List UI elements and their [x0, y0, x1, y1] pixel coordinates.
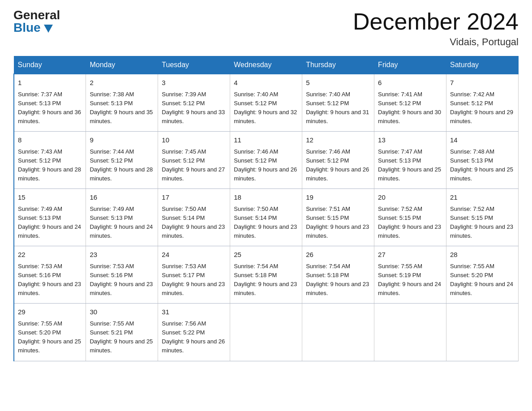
day-info: Sunrise: 7:51 AM Sunset: 5:15 PM Dayligh…	[306, 205, 370, 241]
daylight-label: Daylight: 9 hours and 24 minutes.	[378, 281, 441, 296]
sunset-label: Sunset: 5:13 PM	[18, 100, 61, 107]
sunset-label: Sunset: 5:16 PM	[18, 272, 61, 278]
calendar-cell: 14 Sunrise: 7:48 AM Sunset: 5:13 PM Dayl…	[446, 132, 519, 189]
day-info: Sunrise: 7:55 AM Sunset: 5:20 PM Dayligh…	[450, 262, 515, 298]
calendar-cell: 12 Sunrise: 7:46 AM Sunset: 5:12 PM Dayl…	[302, 132, 374, 189]
day-info: Sunrise: 7:50 AM Sunset: 5:14 PM Dayligh…	[234, 205, 298, 241]
calendar-cell: 20 Sunrise: 7:52 AM Sunset: 5:15 PM Dayl…	[374, 189, 446, 246]
sunrise-label: Sunrise: 7:54 AM	[306, 263, 350, 270]
day-number: 16	[90, 193, 154, 203]
sunrise-label: Sunrise: 7:53 AM	[162, 263, 206, 270]
day-number: 4	[234, 78, 298, 88]
daylight-label: Daylight: 9 hours and 24 minutes.	[18, 223, 81, 239]
sunrise-label: Sunrise: 7:47 AM	[378, 148, 422, 155]
sunrise-label: Sunrise: 7:49 AM	[90, 206, 134, 212]
sunrise-label: Sunrise: 7:50 AM	[234, 206, 278, 212]
sunrise-label: Sunrise: 7:46 AM	[234, 148, 278, 155]
sunset-label: Sunset: 5:16 PM	[90, 272, 133, 278]
calendar-header: Sunday Monday Tuesday Wednesday Thursday…	[14, 56, 519, 74]
calendar-cell: 23 Sunrise: 7:53 AM Sunset: 5:16 PM Dayl…	[86, 246, 158, 304]
day-info: Sunrise: 7:52 AM Sunset: 5:15 PM Dayligh…	[378, 205, 442, 241]
day-number: 29	[18, 307, 82, 317]
calendar-cell: 5 Sunrise: 7:40 AM Sunset: 5:12 PM Dayli…	[302, 74, 374, 132]
day-number: 24	[162, 250, 226, 260]
sunset-label: Sunset: 5:12 PM	[90, 157, 133, 164]
logo-general: General	[13, 9, 60, 21]
calendar-cell: 10 Sunrise: 7:45 AM Sunset: 5:12 PM Dayl…	[158, 132, 230, 189]
daylight-label: Daylight: 9 hours and 27 minutes.	[162, 166, 225, 182]
logo-triangle-icon	[44, 25, 53, 33]
day-number: 10	[162, 135, 226, 146]
calendar-cell: 8 Sunrise: 7:43 AM Sunset: 5:12 PM Dayli…	[14, 132, 86, 189]
sunrise-label: Sunrise: 7:45 AM	[162, 148, 206, 155]
calendar-cell	[374, 304, 446, 361]
sunset-label: Sunset: 5:13 PM	[18, 214, 61, 221]
calendar-week-2: 8 Sunrise: 7:43 AM Sunset: 5:12 PM Dayli…	[14, 132, 519, 189]
calendar-cell: 31 Sunrise: 7:56 AM Sunset: 5:22 PM Dayl…	[158, 304, 230, 361]
daylight-label: Daylight: 9 hours and 23 minutes.	[18, 281, 81, 296]
calendar-cell: 25 Sunrise: 7:54 AM Sunset: 5:18 PM Dayl…	[230, 246, 302, 304]
day-info: Sunrise: 7:49 AM Sunset: 5:13 PM Dayligh…	[90, 205, 154, 241]
sunset-label: Sunset: 5:18 PM	[306, 272, 349, 278]
daylight-label: Daylight: 9 hours and 23 minutes.	[306, 281, 369, 296]
calendar-table: Sunday Monday Tuesday Wednesday Thursday…	[13, 56, 519, 361]
day-info: Sunrise: 7:49 AM Sunset: 5:13 PM Dayligh…	[18, 205, 82, 241]
sunset-label: Sunset: 5:15 PM	[450, 214, 493, 221]
calendar-cell: 17 Sunrise: 7:50 AM Sunset: 5:14 PM Dayl…	[158, 189, 230, 246]
daylight-label: Daylight: 9 hours and 33 minutes.	[162, 109, 225, 124]
day-info: Sunrise: 7:52 AM Sunset: 5:15 PM Dayligh…	[450, 205, 515, 241]
day-info: Sunrise: 7:40 AM Sunset: 5:12 PM Dayligh…	[306, 90, 370, 126]
calendar-cell: 2 Sunrise: 7:38 AM Sunset: 5:13 PM Dayli…	[86, 74, 158, 132]
sunset-label: Sunset: 5:12 PM	[234, 100, 277, 107]
daylight-label: Daylight: 9 hours and 30 minutes.	[378, 109, 441, 124]
calendar-cell: 15 Sunrise: 7:49 AM Sunset: 5:13 PM Dayl…	[14, 189, 86, 246]
daylight-label: Daylight: 9 hours and 31 minutes.	[306, 109, 369, 124]
calendar-cell: 18 Sunrise: 7:50 AM Sunset: 5:14 PM Dayl…	[230, 189, 302, 246]
sunrise-label: Sunrise: 7:38 AM	[90, 91, 134, 98]
location: Vidais, Portugal	[353, 36, 519, 48]
sunrise-label: Sunrise: 7:43 AM	[18, 148, 62, 155]
sunrise-label: Sunrise: 7:40 AM	[306, 91, 350, 98]
day-info: Sunrise: 7:38 AM Sunset: 5:13 PM Dayligh…	[90, 90, 154, 126]
day-info: Sunrise: 7:40 AM Sunset: 5:12 PM Dayligh…	[234, 90, 298, 126]
logo-blue: Blue	[13, 21, 53, 34]
day-info: Sunrise: 7:42 AM Sunset: 5:12 PM Dayligh…	[450, 90, 515, 126]
sunrise-label: Sunrise: 7:40 AM	[234, 91, 278, 98]
calendar-cell: 13 Sunrise: 7:47 AM Sunset: 5:13 PM Dayl…	[374, 132, 446, 189]
calendar-cell: 9 Sunrise: 7:44 AM Sunset: 5:12 PM Dayli…	[86, 132, 158, 189]
day-number: 15	[18, 193, 82, 203]
calendar-cell: 3 Sunrise: 7:39 AM Sunset: 5:12 PM Dayli…	[158, 74, 230, 132]
daylight-label: Daylight: 9 hours and 24 minutes.	[450, 281, 513, 296]
daylight-label: Daylight: 9 hours and 35 minutes.	[90, 109, 153, 124]
sunrise-label: Sunrise: 7:49 AM	[18, 206, 62, 212]
day-info: Sunrise: 7:53 AM Sunset: 5:17 PM Dayligh…	[162, 262, 226, 298]
calendar-cell: 22 Sunrise: 7:53 AM Sunset: 5:16 PM Dayl…	[14, 246, 86, 304]
sunset-label: Sunset: 5:12 PM	[306, 100, 349, 107]
sunset-label: Sunset: 5:19 PM	[378, 272, 421, 278]
daylight-label: Daylight: 9 hours and 26 minutes.	[162, 338, 225, 354]
daylight-label: Daylight: 9 hours and 24 minutes.	[90, 223, 153, 239]
calendar-cell: 26 Sunrise: 7:54 AM Sunset: 5:18 PM Dayl…	[302, 246, 374, 304]
logo: General Blue	[13, 9, 60, 34]
sunset-label: Sunset: 5:15 PM	[306, 214, 349, 221]
sunset-label: Sunset: 5:12 PM	[450, 100, 493, 107]
daylight-label: Daylight: 9 hours and 23 minutes.	[162, 281, 225, 296]
sunset-label: Sunset: 5:13 PM	[90, 214, 133, 221]
sunset-label: Sunset: 5:12 PM	[162, 100, 205, 107]
daylight-label: Daylight: 9 hours and 26 minutes.	[234, 166, 297, 182]
day-number: 20	[378, 193, 442, 203]
sunset-label: Sunset: 5:13 PM	[450, 157, 493, 164]
daylight-label: Daylight: 9 hours and 23 minutes.	[162, 223, 225, 239]
day-number: 19	[306, 193, 370, 203]
sunset-label: Sunset: 5:12 PM	[162, 157, 205, 164]
day-info: Sunrise: 7:54 AM Sunset: 5:18 PM Dayligh…	[234, 262, 298, 298]
calendar-body: 1 Sunrise: 7:37 AM Sunset: 5:13 PM Dayli…	[14, 74, 519, 361]
calendar-week-4: 22 Sunrise: 7:53 AM Sunset: 5:16 PM Dayl…	[14, 246, 519, 304]
sunrise-label: Sunrise: 7:55 AM	[90, 320, 134, 327]
sunrise-label: Sunrise: 7:56 AM	[162, 320, 206, 327]
day-info: Sunrise: 7:56 AM Sunset: 5:22 PM Dayligh…	[162, 319, 226, 355]
day-number: 5	[306, 78, 370, 88]
daylight-label: Daylight: 9 hours and 23 minutes.	[90, 281, 153, 296]
daylight-label: Daylight: 9 hours and 32 minutes.	[234, 109, 297, 124]
day-number: 2	[90, 78, 154, 88]
